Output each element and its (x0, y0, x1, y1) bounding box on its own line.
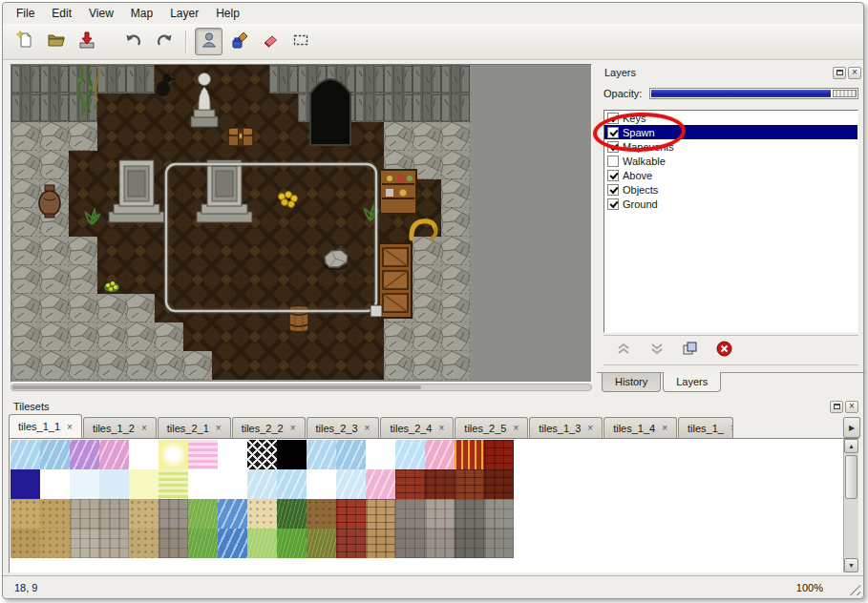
tile[interactable] (188, 529, 218, 558)
layer-visibility-checkbox[interactable] (607, 113, 619, 124)
new-file-button[interactable] (11, 28, 39, 55)
tile[interactable] (277, 440, 307, 469)
tile[interactable] (455, 529, 484, 558)
tileset-vertical-scrollbar[interactable]: ▲ ▼ (843, 439, 858, 572)
tile[interactable] (395, 499, 425, 529)
tile[interactable] (129, 499, 159, 529)
tab-close-icon[interactable]: × (730, 423, 733, 433)
tile[interactable] (395, 440, 425, 469)
tile[interactable] (425, 469, 455, 499)
tile[interactable] (366, 499, 395, 529)
tile[interactable] (336, 469, 366, 499)
tile[interactable] (484, 529, 514, 558)
tilesets-close-button[interactable]: × (845, 401, 858, 413)
tab-close-icon[interactable]: × (67, 422, 73, 432)
layer-visibility-checkbox[interactable] (607, 170, 619, 181)
tile[interactable] (11, 440, 40, 469)
tile[interactable] (277, 529, 307, 558)
tileset-tab-tiles_1_2[interactable]: tiles_1_2× (83, 417, 157, 438)
tile[interactable] (218, 529, 247, 558)
open-button[interactable] (42, 28, 70, 55)
map-hscroll-thumb[interactable] (12, 385, 421, 389)
tile[interactable] (70, 440, 99, 469)
tile[interactable] (159, 529, 188, 558)
tileset-tab-tiles_2_1[interactable]: tiles_2_1× (158, 417, 231, 438)
stamp-tool-button[interactable] (195, 28, 222, 55)
layer-visibility-checkbox[interactable] (607, 184, 619, 196)
resize-grip[interactable] (848, 583, 860, 595)
layer-row-spawn[interactable]: Spawn (604, 125, 857, 139)
tilesets-float-button[interactable] (830, 401, 843, 413)
tab-close-icon[interactable]: × (365, 423, 370, 433)
tile[interactable] (366, 469, 395, 499)
tile[interactable] (11, 529, 40, 558)
tile[interactable] (70, 469, 99, 499)
tile[interactable] (188, 440, 218, 469)
menu-edit[interactable]: Edit (44, 5, 79, 22)
tab-close-icon[interactable]: × (439, 423, 445, 433)
tile[interactable] (159, 440, 188, 469)
fill-tool-button[interactable] (225, 28, 253, 55)
tile[interactable] (99, 440, 129, 469)
tile[interactable] (40, 440, 70, 469)
layer-visibility-checkbox[interactable] (607, 127, 619, 138)
tab-close-icon[interactable]: × (141, 423, 147, 433)
tab-layers[interactable]: Layers (663, 372, 721, 392)
tile[interactable] (277, 499, 307, 529)
layer-row-objects[interactable]: Objects (604, 182, 857, 197)
tile[interactable] (425, 440, 455, 469)
tile[interactable] (218, 440, 247, 469)
undo-button[interactable] (119, 28, 147, 55)
tileset-tab-tiles_1_[interactable]: tiles_1_× (678, 417, 733, 438)
layer-row-walkable[interactable]: Walkable (604, 154, 857, 168)
tile[interactable] (188, 469, 218, 499)
tile[interactable] (307, 440, 336, 469)
menu-view[interactable]: View (81, 5, 121, 22)
map-canvas[interactable] (11, 65, 472, 380)
tileset-tab-tiles_2_5[interactable]: tiles_2_5× (455, 417, 528, 438)
tile[interactable] (159, 469, 188, 499)
tileset-tab-scroll-right-button[interactable]: ▶ (843, 417, 860, 438)
layer-visibility-checkbox[interactable] (607, 141, 619, 153)
opacity-slider[interactable] (649, 88, 858, 99)
tab-close-icon[interactable]: × (216, 423, 222, 433)
tile[interactable] (247, 499, 277, 529)
layer-visibility-checkbox[interactable] (607, 156, 619, 167)
tab-close-icon[interactable]: × (290, 423, 296, 433)
tile[interactable] (277, 469, 307, 499)
tile[interactable] (366, 529, 395, 558)
map-view[interactable] (11, 64, 592, 383)
menu-layer[interactable]: Layer (162, 5, 206, 22)
tile[interactable] (395, 469, 425, 499)
select-tool-button[interactable] (286, 28, 314, 55)
tile[interactable] (455, 469, 484, 499)
tab-close-icon[interactable]: × (513, 423, 519, 433)
lower-layer-button[interactable] (646, 341, 667, 360)
tile[interactable] (247, 529, 277, 558)
tile[interactable] (40, 499, 70, 529)
tileset-tab-tiles_1_1[interactable]: tiles_1_1× (9, 414, 82, 438)
menu-file[interactable]: File (9, 5, 42, 22)
map-horizontal-scrollbar[interactable] (11, 384, 592, 391)
tile[interactable] (484, 469, 514, 499)
tile[interactable] (307, 499, 336, 529)
menu-help[interactable]: Help (208, 5, 247, 22)
layers-close-button[interactable]: × (848, 67, 861, 79)
tile[interactable] (40, 529, 70, 558)
tile[interactable] (336, 440, 366, 469)
tile[interactable] (218, 469, 247, 499)
tile[interactable] (395, 529, 425, 558)
tile[interactable] (129, 529, 159, 558)
tile[interactable] (70, 499, 99, 529)
tile[interactable] (484, 499, 514, 529)
redo-button[interactable] (150, 28, 178, 55)
tile[interactable] (455, 499, 484, 529)
selection-resize-handle[interactable] (370, 305, 382, 317)
tile[interactable] (11, 499, 40, 529)
save-button[interactable] (73, 28, 100, 55)
tile[interactable] (366, 440, 395, 469)
tileset-tab-tiles_1_4[interactable]: tiles_1_4× (603, 417, 677, 438)
tile[interactable] (484, 440, 514, 469)
tile[interactable] (307, 529, 336, 558)
tile[interactable] (218, 499, 247, 529)
